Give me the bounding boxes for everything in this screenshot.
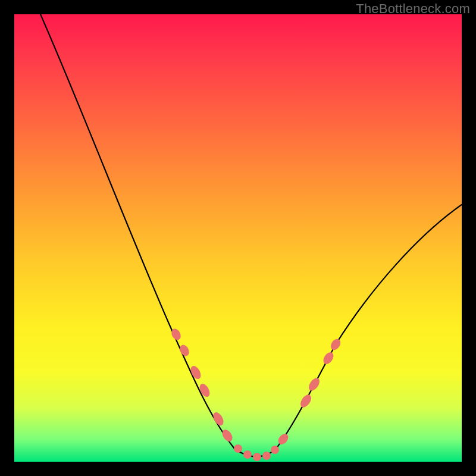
marker-dot [306,376,321,393]
marker-dot [211,411,226,427]
marker-dot [178,343,191,358]
marker-dot [262,452,271,460]
watermark-text: TheBottleneck.com [356,1,470,17]
chart-plot-area [14,14,462,462]
marker-dot [220,428,234,443]
marker-dot [271,446,279,454]
marker-dot [321,350,336,366]
marker-dot [253,453,261,461]
marker-dot [276,432,290,446]
marker-group [170,327,342,461]
chart-svg [14,14,462,462]
marker-dot [329,337,343,352]
marker-dot [243,450,252,459]
marker-dot [298,393,313,409]
bottleneck-curve [40,14,462,457]
marker-dot [234,444,242,453]
